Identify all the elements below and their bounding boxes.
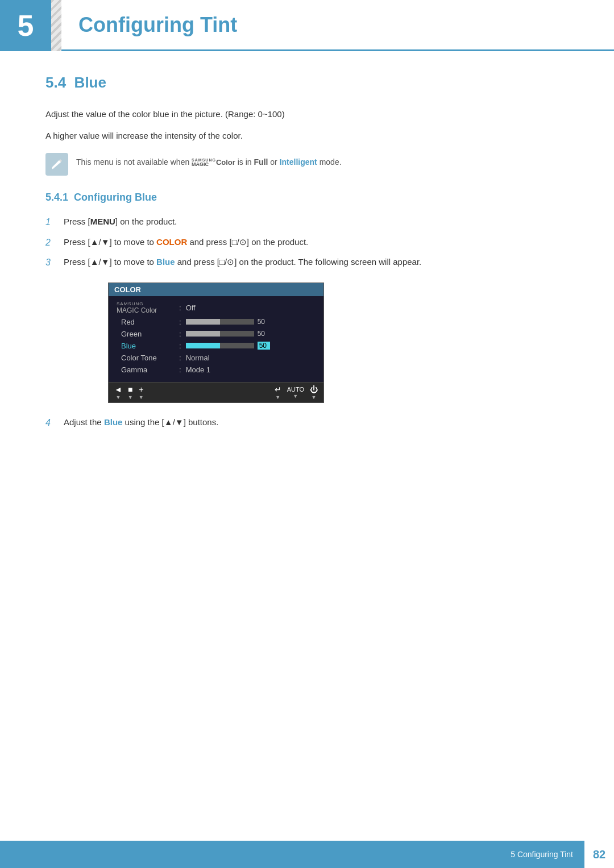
footer-page-number: 82 (584, 841, 614, 868)
header-stripe (51, 0, 61, 51)
chapter-number: 5 (18, 9, 34, 43)
footer-label: 5 Configuring Tint (511, 850, 584, 859)
osd-title-bar: COLOR (109, 283, 323, 296)
note-icon (45, 153, 68, 176)
description-2: A higher value will increase the intensi… (45, 129, 569, 143)
note-text: This menu is not available when SAMSUNGM… (76, 153, 342, 168)
osd-row-magic: SAMSUNG MAGIC Color : Off (117, 302, 316, 314)
subsection-heading: 5.4.1 Configuring Blue (45, 192, 569, 203)
section-heading: 5.4 Blue (45, 74, 569, 92)
osd-btn-enter: ↵ ▼ (275, 385, 281, 400)
step-1: 1 Press [MENU] on the product. (45, 215, 569, 230)
page-header: 5 Configuring Tint (0, 0, 614, 51)
osd-row-gamma: Gamma : Mode 1 (117, 366, 316, 374)
osd-box: COLOR SAMSUNG MAGIC Color : Off (108, 283, 324, 403)
osd-row-colortone: Color Tone : Normal (117, 354, 316, 362)
section-5-4: 5.4 Blue Adjust the value of the color b… (45, 74, 569, 430)
osd-body: SAMSUNG MAGIC Color : Off Red : (109, 296, 323, 382)
osd-btn-power: ⏻ ▼ (310, 385, 318, 400)
steps-list: 1 Press [MENU] on the product. 2 Press [… (45, 215, 569, 270)
osd-bottom-bar: ◄ ▼ ■ ▼ + ▼ ↵ ▼ (109, 382, 323, 402)
page-title: Configuring Tint (78, 13, 237, 37)
osd-btn-left: ◄ ▼ (114, 385, 122, 400)
footer: 5 Configuring Tint 82 (0, 841, 614, 868)
osd-btn-auto: AUTO ▼ (287, 386, 304, 399)
step-2: 2 Press [▲/▼] to move to COLOR and press… (45, 235, 569, 250)
osd-row-red: Red : 50 (117, 318, 316, 326)
step-4: 4 Adjust the Blue using the [▲/▼] button… (45, 416, 569, 430)
osd-btn-plus: + ▼ (139, 385, 144, 400)
note-box: This menu is not available when SAMSUNGM… (45, 153, 569, 176)
chapter-number-block: 5 (0, 0, 51, 51)
header-title-area: Configuring Tint (61, 0, 614, 51)
osd-row-blue: Blue : 50 (117, 342, 316, 350)
step-3: 3 Press [▲/▼] to move to Blue and press … (45, 255, 569, 270)
main-content: 5.4 Blue Adjust the value of the color b… (0, 74, 614, 481)
osd-row-green: Green : 50 (117, 330, 316, 338)
description-1: Adjust the value of the color blue in th… (45, 107, 569, 121)
osd-screenshot: COLOR SAMSUNG MAGIC Color : Off (108, 283, 324, 403)
osd-btn-minus: ■ ▼ (128, 385, 133, 400)
